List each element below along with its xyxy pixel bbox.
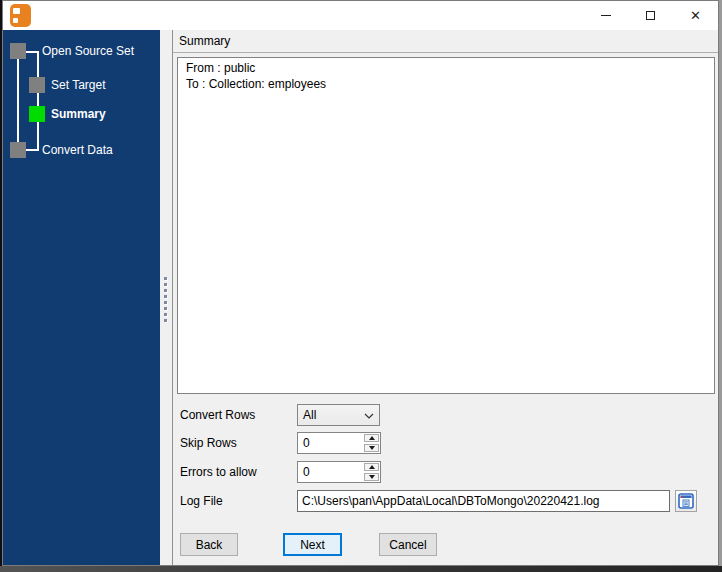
errors-to-allow-spinner[interactable]: 0 [297, 461, 381, 483]
arrow-up-icon [369, 465, 375, 469]
wizard-tree-line [17, 59, 19, 142]
close-button[interactable]: ✕ [673, 1, 718, 30]
errors-to-allow-decrement-button[interactable] [364, 473, 379, 481]
step-label-summary: Summary [51, 106, 106, 122]
step-indicator-summary-current [29, 106, 45, 122]
minimize-icon [601, 15, 611, 16]
screen: ✕ Open Source Set Set Target Summary Con… [0, 0, 722, 572]
log-document-icon [678, 493, 694, 509]
convert-rows-label: Convert Rows [180, 407, 255, 423]
convert-rows-select[interactable]: All [297, 404, 380, 426]
splitter-grip-icon [164, 277, 167, 322]
log-file-input[interactable] [297, 490, 670, 512]
step-indicator-set-target [29, 77, 45, 93]
skip-rows-value: 0 [303, 436, 310, 450]
spinner-buttons [364, 434, 379, 452]
cancel-button[interactable]: Cancel [379, 533, 437, 556]
app-icon-glyph [13, 8, 20, 14]
minimize-button[interactable] [583, 1, 628, 30]
panel-splitter[interactable] [160, 30, 172, 565]
wizard-sidebar: Open Source Set Set Target Summary Conve… [3, 30, 160, 565]
skip-rows-spinner[interactable]: 0 [297, 432, 381, 454]
step-label-convert-data: Convert Data [42, 142, 113, 158]
errors-to-allow-increment-button[interactable] [364, 463, 379, 471]
skip-rows-decrement-button[interactable] [364, 444, 379, 452]
arrow-up-icon [369, 436, 375, 440]
app-icon [10, 4, 31, 27]
wizard-tree-line [37, 51, 39, 151]
titlebar: ✕ [3, 1, 718, 30]
errors-to-allow-label: Errors to allow [180, 464, 257, 480]
convert-rows-value: All [303, 407, 316, 423]
errors-to-allow-value: 0 [303, 465, 310, 479]
maximize-button[interactable] [628, 1, 673, 30]
step-indicator-convert-data [10, 142, 26, 158]
spinner-buttons [364, 463, 379, 481]
step-indicator-open-source-set [10, 43, 26, 59]
window-controls: ✕ [583, 1, 718, 30]
window-edge-bottom [0, 566, 722, 572]
summary-group-header: Summary [173, 30, 718, 53]
main-panel: Summary From : public To : Collection: e… [172, 30, 718, 565]
wizard-tree-line [26, 149, 39, 151]
view-log-button[interactable] [675, 490, 697, 512]
step-label-set-target: Set Target [51, 77, 105, 93]
app-window: ✕ Open Source Set Set Target Summary Con… [2, 0, 719, 566]
arrow-down-icon [369, 446, 375, 450]
maximize-icon [646, 11, 655, 20]
skip-rows-label: Skip Rows [180, 435, 237, 451]
next-button[interactable]: Next [283, 533, 342, 556]
summary-text-area[interactable]: From : public To : Collection: employees [177, 57, 715, 394]
chevron-down-icon [364, 413, 374, 419]
wizard-tree-line [26, 51, 39, 53]
close-icon: ✕ [690, 9, 701, 22]
back-button[interactable]: Back [180, 533, 238, 556]
summary-line-to: To : Collection: employees [186, 76, 706, 92]
summary-line-from: From : public [186, 60, 706, 76]
step-label-open-source-set: Open Source Set [42, 43, 134, 59]
app-icon-glyph [13, 18, 18, 23]
log-file-label: Log File [180, 493, 223, 509]
skip-rows-increment-button[interactable] [364, 434, 379, 442]
arrow-down-icon [369, 475, 375, 479]
